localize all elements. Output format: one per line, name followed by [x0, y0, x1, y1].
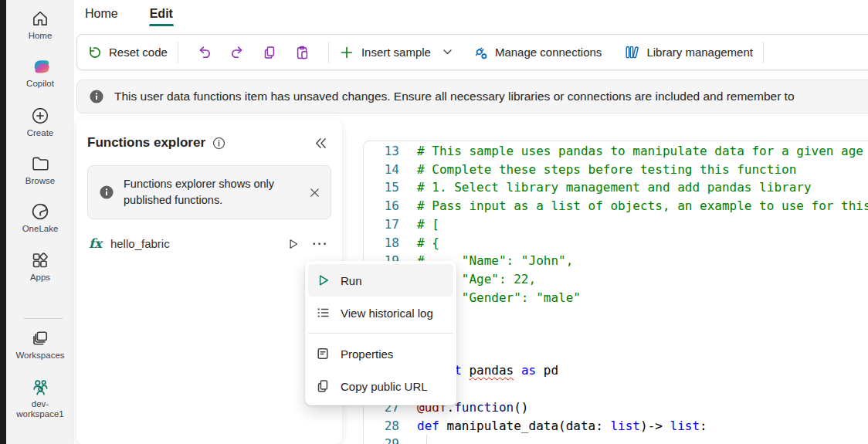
plus-icon: [339, 45, 354, 60]
fabric-user-data-functions-screen: { "colors": { "accent_teal": "#117865", …: [0, 0, 868, 444]
run-function-button[interactable]: [286, 237, 300, 251]
library-books-icon: [623, 44, 639, 60]
code-line: 28def manipulate_data(data: list)-> list…: [364, 417, 868, 436]
code-line: 14# Complete these steps before testing …: [364, 161, 868, 179]
sidebar-item-browse[interactable]: Browse: [6, 153, 74, 186]
copy-icon: [315, 378, 331, 394]
sidebar-item-label: OneLake: [6, 224, 74, 234]
sidebar-item-create[interactable]: Create: [6, 105, 74, 138]
code-line: 29: [364, 435, 868, 444]
redo-icon: [229, 45, 245, 60]
function-fx-icon: fx: [89, 236, 102, 251]
apps-grid-icon: [6, 249, 74, 270]
more-options-button[interactable]: ···: [313, 240, 328, 248]
sidebar-item-label: dev-workspace1: [6, 399, 74, 419]
create-plus-icon: [6, 105, 74, 126]
sidebar-item-label: Browse: [6, 176, 74, 186]
function-list-item[interactable]: fx hello_fabric ···: [76, 232, 342, 255]
sidebar-divider: [23, 318, 63, 319]
copy-button[interactable]: [262, 45, 277, 60]
reset-icon: [86, 45, 102, 60]
code-line: 16# Pass input as a list of objects, an …: [364, 197, 868, 215]
tab-home[interactable]: Home: [85, 0, 118, 28]
workspaces-icon: [6, 327, 74, 348]
historical-log-icon: [315, 305, 331, 320]
panel-title: Functions explorer: [87, 135, 205, 151]
paste-icon: [294, 45, 310, 60]
collapse-panel-icon[interactable]: [314, 136, 328, 151]
info-icon: [99, 185, 114, 200]
ribbon-tabbar: Home Edit: [74, 0, 868, 28]
chevron-down-icon: [443, 49, 452, 55]
redo-button[interactable]: [229, 45, 245, 60]
insert-sample-dropdown[interactable]: Insert sample: [339, 45, 452, 60]
function-name: hello_fabric: [110, 237, 170, 250]
sidebar-item-onelake[interactable]: OneLake: [6, 201, 74, 234]
sidebar-item-apps[interactable]: Apps: [6, 249, 74, 283]
active-tab-underline: [149, 24, 174, 26]
sidebar-item-home[interactable]: Home: [6, 8, 74, 41]
code-line: 15# 1. Select library management and add…: [364, 178, 868, 197]
sidebar-item-workspaces[interactable]: Workspaces: [6, 327, 74, 361]
published-functions-notice: Functions explorer shows only published …: [87, 165, 331, 219]
sidebar-item-copilot[interactable]: Copilot: [6, 56, 74, 89]
code-line: 13# This sample uses pandas to manipulat…: [364, 142, 868, 161]
play-icon: [315, 273, 331, 288]
banner-text: This user data functions item has unsave…: [114, 90, 795, 103]
function-context-menu: Run View historical log Properties Copy …: [305, 261, 456, 405]
info-outline-icon[interactable]: [212, 137, 225, 150]
info-icon: [89, 89, 104, 104]
app-sidebar: Home Copilot Create: [6, 0, 74, 444]
edit-toolbar: Reset code: [76, 34, 868, 70]
sidebar-item-label: Copilot: [6, 79, 74, 89]
toolbar-separator: [763, 42, 764, 63]
home-icon: [6, 8, 74, 29]
undo-icon: [197, 45, 212, 60]
sidebar-item-label: Workspaces: [6, 351, 74, 361]
window-edge-strip: [0, 0, 6, 444]
manage-connections-button[interactable]: Manage connections: [472, 44, 602, 60]
copy-icon: [262, 45, 277, 60]
copilot-icon: [6, 56, 74, 76]
paste-button[interactable]: [294, 45, 310, 60]
toolbar-separator: [328, 42, 329, 63]
close-icon[interactable]: [308, 186, 321, 199]
notice-text: Functions explorer shows only published …: [124, 176, 276, 208]
menu-item-properties[interactable]: Properties: [308, 337, 453, 370]
workspace-people-icon: [6, 376, 74, 397]
menu-item-copy-public-url[interactable]: Copy public URL: [308, 370, 453, 402]
code-line: 17# [: [364, 215, 868, 234]
browse-folder-icon: [6, 153, 74, 174]
tab-edit[interactable]: Edit: [150, 0, 173, 28]
properties-icon: [315, 346, 331, 361]
sidebar-item-label: Home: [6, 31, 74, 41]
indent-guide: [426, 435, 427, 444]
toolbar-separator: [178, 42, 178, 63]
sidebar-item-dev-workspace1[interactable]: dev-workspace1: [6, 376, 74, 419]
code-line: 18# {: [364, 234, 868, 253]
menu-item-run[interactable]: Run: [308, 264, 453, 297]
onelake-icon: [6, 201, 74, 222]
menu-item-view-historical-log[interactable]: View historical log: [308, 297, 453, 329]
menu-divider: [308, 333, 453, 334]
connections-plug-icon: [472, 44, 488, 60]
undo-button[interactable]: [197, 45, 212, 60]
library-management-button[interactable]: Library management: [623, 44, 753, 60]
reset-code-button[interactable]: Reset code: [86, 45, 168, 60]
sidebar-item-label: Apps: [6, 273, 74, 283]
functions-explorer-panel: Functions explorer Functions explorer sh…: [76, 120, 342, 444]
sidebar-item-label: Create: [6, 128, 74, 138]
unsaved-changes-banner: This user data functions item has unsave…: [76, 80, 868, 114]
